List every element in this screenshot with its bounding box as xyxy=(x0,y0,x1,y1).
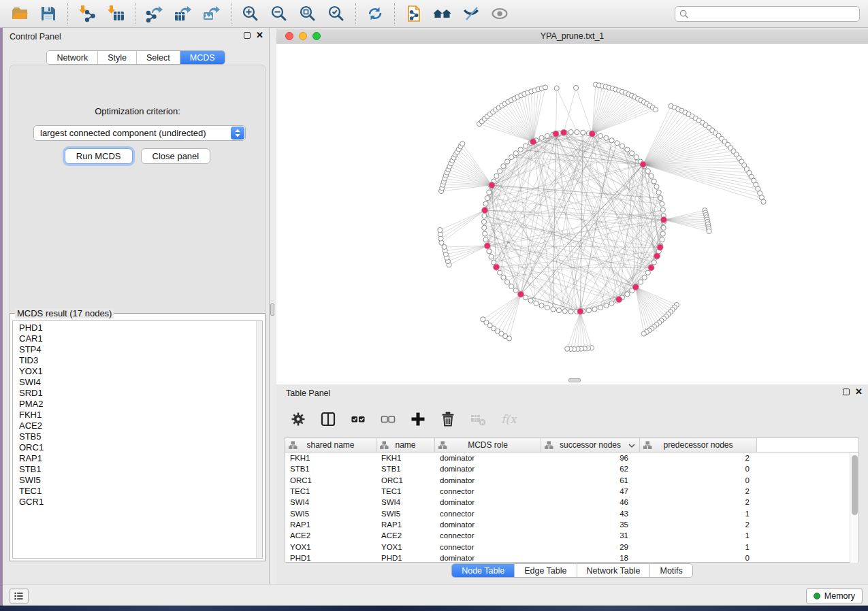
result-node[interactable]: ORC1 xyxy=(19,442,44,453)
result-node[interactable]: STB1 xyxy=(19,464,44,475)
control-panel-tabs: NetworkStyleSelectMCDS xyxy=(3,50,269,65)
result-node[interactable]: RAP1 xyxy=(19,453,44,464)
import-network-icon[interactable] xyxy=(77,3,97,24)
cell-predecessor-nodes: 1 xyxy=(640,531,757,540)
cell-name: FKH1 xyxy=(376,454,435,462)
result-node[interactable]: TEC1 xyxy=(19,486,44,497)
memory-button[interactable]: Memory xyxy=(806,588,863,604)
mcds-result-list[interactable]: PHD1CAR1STP4TID3YOX1SWI4SRD1PMA2FKH1ACE2… xyxy=(19,323,44,508)
table-row[interactable]: ORC1ORC1dominator610 xyxy=(285,475,858,486)
cell-successor-nodes: 62 xyxy=(541,465,640,473)
table-row[interactable]: ACE2ACE2connector311 xyxy=(285,530,858,541)
result-node[interactable]: TID3 xyxy=(19,355,44,366)
open-file-icon[interactable] xyxy=(10,3,30,24)
result-node[interactable]: STP4 xyxy=(19,344,44,355)
column-header-name[interactable]: name xyxy=(376,438,435,452)
result-node[interactable]: FKH1 xyxy=(19,410,44,420)
close-table-panel-icon[interactable]: ✕ xyxy=(855,389,863,395)
zoom-out-icon[interactable] xyxy=(269,3,289,24)
cell-predecessor-nodes: 2 xyxy=(640,498,757,506)
cell-shared-name: FKH1 xyxy=(285,454,376,462)
tab-select[interactable]: Select xyxy=(137,51,180,64)
close-panel-button[interactable]: Close panel xyxy=(141,148,211,164)
zoom-selected-icon[interactable] xyxy=(326,3,347,24)
tab-node-table[interactable]: Node Table xyxy=(452,564,515,577)
run-mcds-button[interactable]: Run MCDS xyxy=(65,148,133,164)
table-row[interactable]: SWI4SWI4dominator462 xyxy=(285,497,858,508)
table-row[interactable]: FKH1FKH1dominator962 xyxy=(285,452,858,463)
result-node[interactable]: PMA2 xyxy=(19,399,44,410)
cell-shared-name: SWI4 xyxy=(285,498,376,506)
first-neighbors-icon[interactable] xyxy=(432,3,453,24)
float-table-panel-icon[interactable] xyxy=(843,389,850,395)
cell-name: STB1 xyxy=(376,465,435,473)
criterion-select[interactable]: largest connected component (undirected) xyxy=(33,125,246,141)
status-bar: Memory xyxy=(3,584,868,606)
show-columns-icon[interactable] xyxy=(318,409,338,429)
save-session-icon[interactable] xyxy=(38,3,59,24)
cell-MCDS-role: dominator xyxy=(435,554,541,562)
hide-selected-icon[interactable] xyxy=(461,3,481,24)
result-node[interactable]: CAR1 xyxy=(19,333,44,344)
mcds-result-title: MCDS result (17 nodes) xyxy=(15,308,114,318)
tab-mcds[interactable]: MCDS xyxy=(180,51,225,64)
close-panel-icon[interactable]: ✕ xyxy=(256,32,263,39)
column-header-predecessor-nodes[interactable]: predecessor nodes xyxy=(640,438,757,452)
horizontal-splitter-grip[interactable] xyxy=(568,378,581,382)
cell-successor-nodes: 47 xyxy=(541,487,640,495)
column-header-successor-nodes[interactable]: successor nodes xyxy=(541,438,640,452)
tab-style[interactable]: Style xyxy=(98,51,137,64)
new-network-from-selection-icon[interactable] xyxy=(404,3,424,24)
table-row[interactable]: STB1STB1dominator620 xyxy=(285,463,858,474)
network-graph[interactable] xyxy=(276,44,867,384)
export-image-icon[interactable] xyxy=(202,3,222,24)
select-all-rows-icon[interactable] xyxy=(348,409,368,429)
tab-edge-table[interactable]: Edge Table xyxy=(515,564,577,577)
tab-network[interactable]: Network xyxy=(47,51,98,64)
refresh-network-icon[interactable] xyxy=(365,3,385,24)
cell-predecessor-nodes: 0 xyxy=(640,465,757,473)
table-scrollbar-thumb[interactable] xyxy=(852,455,858,515)
result-node[interactable]: STB5 xyxy=(19,431,44,442)
float-panel-icon[interactable] xyxy=(244,32,251,39)
result-node[interactable]: SWI4 xyxy=(19,377,44,388)
zoom-in-icon[interactable] xyxy=(240,3,261,24)
column-header-MCDS-role[interactable]: MCDS role xyxy=(435,438,541,452)
result-node[interactable]: ACE2 xyxy=(19,420,44,431)
task-history-button[interactable] xyxy=(10,589,29,604)
control-panel-header: Control Panel ✕ xyxy=(3,28,269,46)
show-all-icon[interactable] xyxy=(489,3,510,24)
table-tabs: Node TableEdge TableNetwork TableMotifs xyxy=(276,563,868,578)
result-scrollbar[interactable] xyxy=(256,321,262,558)
search-input[interactable] xyxy=(692,7,855,20)
delete-columns-icon[interactable] xyxy=(438,409,458,429)
table-panel-title: Table Panel xyxy=(286,389,330,398)
zoom-fit-icon[interactable] xyxy=(298,3,318,24)
import-table-icon[interactable] xyxy=(106,3,126,24)
cell-shared-name: TEC1 xyxy=(285,487,376,495)
table-scrollbar[interactable] xyxy=(850,452,858,563)
table-row[interactable]: PHD1PHD1dominator180 xyxy=(285,552,858,563)
deselect-all-rows-icon[interactable] xyxy=(378,409,398,429)
criterion-value: largest connected component (undirected) xyxy=(40,128,206,138)
column-header-shared-name[interactable]: shared name xyxy=(285,438,376,452)
result-node[interactable]: SRD1 xyxy=(19,388,44,399)
export-network-icon[interactable] xyxy=(144,3,165,24)
export-table-icon[interactable] xyxy=(173,3,193,24)
network-canvas[interactable] xyxy=(276,44,868,384)
tab-network-table[interactable]: Network Table xyxy=(577,564,651,577)
tab-motifs[interactable]: Motifs xyxy=(650,564,692,577)
result-node[interactable]: GCR1 xyxy=(19,497,44,508)
result-node[interactable]: PHD1 xyxy=(19,323,44,333)
table-mode-icon[interactable] xyxy=(288,409,308,429)
table-row[interactable]: SWI5SWI5connector431 xyxy=(285,508,858,518)
result-node[interactable]: YOX1 xyxy=(19,366,44,377)
table-row[interactable]: RAP1RAP1dominator352 xyxy=(285,519,858,530)
table-row[interactable]: YOX1YOX1connector291 xyxy=(285,541,858,552)
table-row[interactable]: TEC1TEC1connector472 xyxy=(285,486,858,497)
result-node[interactable]: SWI5 xyxy=(19,475,44,486)
create-column-icon[interactable] xyxy=(408,409,428,429)
vertical-splitter-grip[interactable] xyxy=(270,303,274,316)
control-panel-title: Control Panel xyxy=(10,32,61,42)
cell-shared-name: STB1 xyxy=(285,465,376,473)
